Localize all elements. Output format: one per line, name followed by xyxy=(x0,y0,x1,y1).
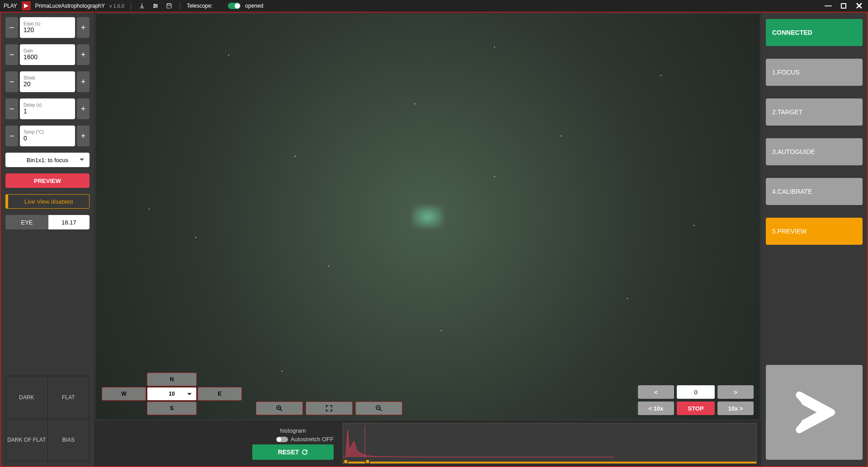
gain-stepper: − Gain 1600 + xyxy=(5,44,90,65)
svg-point-2 xyxy=(156,5,157,6)
left-panel: − Expo (s) 120 + − Gain 1600 + − Shots 2… xyxy=(1,13,94,466)
delay-minus[interactable]: − xyxy=(5,98,18,119)
stop-button[interactable]: STOP xyxy=(677,402,715,415)
calib-grid: DARK FLAT DARK OF FLAT BIAS xyxy=(5,376,90,462)
zoom-out-button[interactable] xyxy=(355,402,402,415)
shift-left-10x-button[interactable]: < 10x xyxy=(638,402,674,415)
eye-label: EYE xyxy=(5,215,48,229)
autostretch-label: Autostretch OFF xyxy=(291,436,334,443)
north-button[interactable]: N xyxy=(147,373,197,386)
right-panel: CONNECTED 1.FOCUS 2.TARGET 3.AUTOGUIDE 4… xyxy=(761,13,867,466)
maximize-button[interactable] xyxy=(838,2,849,10)
svg-rect-6 xyxy=(841,4,846,8)
shots-plus[interactable]: + xyxy=(77,71,90,92)
disk-icon[interactable] xyxy=(165,1,174,10)
svg-point-3 xyxy=(154,7,155,8)
shots-field[interactable]: Shots 20 xyxy=(20,71,75,92)
app-prefix: PLAY xyxy=(4,3,17,9)
eye-row: EYE 18.17 xyxy=(5,215,90,229)
histogram-plot[interactable] xyxy=(343,423,757,464)
flat-button[interactable]: FLAT xyxy=(48,376,90,419)
shots-minus[interactable]: − xyxy=(5,71,18,92)
shots-stepper: − Shots 20 + xyxy=(5,71,90,92)
expo-stepper: − Expo (s) 120 + xyxy=(5,17,90,38)
svg-point-1 xyxy=(154,4,155,5)
step-focus-button[interactable]: 1.FOCUS xyxy=(766,59,863,86)
expo-minus[interactable]: − xyxy=(5,17,18,38)
telescope-status: opened xyxy=(245,3,263,9)
center-panel: N W 10 E S xyxy=(94,13,761,466)
zoom-group xyxy=(256,402,402,415)
reset-button[interactable]: RESET xyxy=(252,444,334,460)
liveview-status: Live View disabled xyxy=(5,194,90,209)
start-sequence-button[interactable] xyxy=(766,365,863,460)
step-calibrate-button[interactable]: 4.CALIBRATE xyxy=(766,178,863,205)
temp-field[interactable]: Temp (°C) 0 xyxy=(20,126,75,146)
tripod-icon[interactable] xyxy=(137,1,146,10)
bias-button[interactable]: BIAS xyxy=(48,419,90,462)
nebula-icon xyxy=(412,205,443,228)
delay-plus[interactable]: + xyxy=(77,98,90,119)
expo-field[interactable]: Expo (s) 120 xyxy=(20,17,75,38)
refresh-icon xyxy=(302,449,308,455)
app-name: PrimaLuceAstrophotographY xyxy=(35,3,105,9)
histogram-row: histogram Autostretch OFF RESET xyxy=(94,421,761,466)
shift-right-button[interactable]: > xyxy=(717,385,754,399)
histogram-title: histogram xyxy=(252,427,334,434)
fit-to-screen-button[interactable] xyxy=(306,402,353,415)
step-preview-button[interactable]: 5.PREVIEW xyxy=(766,218,863,245)
svg-marker-0 xyxy=(24,4,28,8)
histogram-curve-icon xyxy=(343,425,614,458)
west-button[interactable]: W xyxy=(102,387,146,401)
expo-plus[interactable]: + xyxy=(77,17,90,38)
histogram-knob-left[interactable] xyxy=(343,459,349,464)
telescope-label: Telescope: xyxy=(187,3,212,9)
temp-minus[interactable]: − xyxy=(5,126,18,146)
binning-select[interactable]: Bin1x1: to focus xyxy=(5,153,90,167)
preview-button[interactable]: PREVIEW xyxy=(5,173,90,188)
step-target-button[interactable]: 2.TARGET xyxy=(766,98,863,126)
title-bar: PLAY PrimaLuceAstrophotographY v 1.6.0 T… xyxy=(0,0,868,12)
step-autoguide-button[interactable]: 3.AUTOGUIDE xyxy=(766,138,863,165)
histogram-controls: histogram Autostretch OFF RESET xyxy=(252,427,334,460)
temp-plus[interactable]: + xyxy=(77,126,90,146)
eye-value: 18.17 xyxy=(48,215,90,229)
app-version: v 1.6.0 xyxy=(109,3,124,9)
south-button[interactable]: S xyxy=(147,402,197,415)
gain-minus[interactable]: − xyxy=(5,44,18,65)
autostretch-toggle[interactable] xyxy=(276,437,288,442)
direction-pad: N W 10 E S xyxy=(102,373,242,415)
histogram-slider[interactable] xyxy=(343,462,756,463)
svg-rect-5 xyxy=(168,4,170,5)
autostretch-row: Autostretch OFF xyxy=(276,436,334,443)
zoom-in-button[interactable] xyxy=(256,402,303,415)
delay-field[interactable]: Delay (s) 1 xyxy=(20,98,75,119)
histogram-knob-right[interactable] xyxy=(365,459,370,464)
shift-group: < 0 > < 10x STOP 10x > xyxy=(638,385,754,415)
delay-stepper: − Delay (s) 1 + xyxy=(5,98,90,119)
shift-left-button[interactable]: < xyxy=(638,385,674,399)
dark-button[interactable]: DARK xyxy=(6,376,47,419)
image-preview[interactable]: N W 10 E S xyxy=(95,14,760,420)
shift-value[interactable]: 0 xyxy=(677,385,715,399)
gain-field[interactable]: Gain 1600 xyxy=(20,44,75,65)
east-button[interactable]: E xyxy=(198,387,242,401)
gain-plus[interactable]: + xyxy=(77,44,90,65)
dark-of-flat-button[interactable]: DARK OF FLAT xyxy=(6,419,47,462)
shift-right-10x-button[interactable]: 10x > xyxy=(717,402,754,415)
play-icon xyxy=(789,388,839,437)
app-logo-icon xyxy=(22,1,31,10)
temp-stepper: − Temp (°C) 0 + xyxy=(5,126,90,146)
slew-rate-select[interactable]: 10 xyxy=(147,387,197,401)
sliders-icon[interactable] xyxy=(151,1,160,10)
minimize-button[interactable]: — xyxy=(823,2,834,10)
connected-status[interactable]: CONNECTED xyxy=(766,19,863,46)
telescope-toggle[interactable] xyxy=(228,3,241,9)
close-button[interactable]: ✕ xyxy=(854,2,864,10)
